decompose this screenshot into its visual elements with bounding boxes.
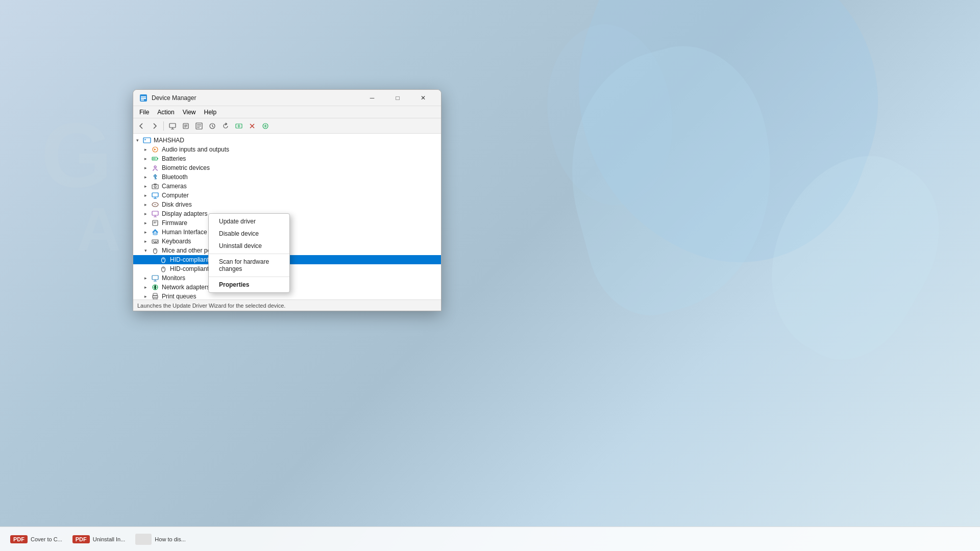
tree-label-4: Cameras: [161, 182, 188, 190]
context-menu: Update driverDisable deviceUninstall dev…: [208, 213, 290, 293]
maximize-button[interactable]: □: [386, 90, 409, 106]
tree-icon-3: [151, 173, 159, 181]
window-icon: [139, 94, 148, 102]
svg-point-22: [154, 204, 156, 206]
toggle-8[interactable]: ▸: [141, 219, 150, 227]
ctx-item-0[interactable]: Update driver: [209, 215, 289, 228]
tree-icon-2: [151, 164, 159, 172]
remove-button[interactable]: [246, 120, 258, 132]
forward-button[interactable]: [149, 120, 161, 132]
svg-rect-23: [152, 211, 158, 215]
svg-point-18: [154, 186, 156, 188]
svg-rect-30: [154, 242, 157, 243]
tree-label-15: Network adapters: [161, 283, 211, 291]
title-bar: Device Manager ─ □ ✕: [133, 90, 441, 106]
taskbar: PDF Cover to C... PDF Uninstall In... Ho…: [0, 527, 980, 551]
tree-item-2[interactable]: ▸ Biometric devices: [133, 163, 441, 172]
ctx-sep-3: [209, 254, 289, 254]
tree-label-7: Display adapters: [161, 210, 208, 218]
toggle-13: [150, 265, 158, 273]
svg-rect-20: [152, 193, 158, 197]
svg-rect-1: [141, 96, 146, 97]
tree-icon-9: [151, 228, 159, 236]
back-button[interactable]: [135, 120, 148, 132]
taskbar-item-3[interactable]: How to dis...: [131, 532, 190, 547]
pdf-badge-1: PDF: [10, 535, 28, 543]
svg-rect-2: [141, 98, 146, 99]
toggle-4[interactable]: ▸: [141, 182, 150, 190]
window-title: Device Manager: [152, 94, 360, 102]
tree-icon-10: [151, 237, 159, 245]
toggle-10[interactable]: ▸: [141, 237, 150, 245]
root-toggle[interactable]: ▾: [133, 136, 141, 144]
tree-icon-14: [151, 274, 159, 282]
minimize-button[interactable]: ─: [360, 90, 384, 106]
toggle-16[interactable]: ▸: [141, 292, 150, 299]
tree-icon-5: [151, 191, 159, 199]
svg-rect-15: [153, 158, 156, 160]
tree-item-0[interactable]: ▸ Audio inputs and outputs: [133, 145, 441, 154]
tree-item-6[interactable]: ▸ Disk drives: [133, 200, 441, 209]
ctx-sep-5: [209, 277, 289, 277]
toggle-5[interactable]: ▸: [141, 191, 150, 199]
toggle-11[interactable]: ▾: [141, 246, 150, 255]
svg-rect-29: [157, 241, 158, 242]
tree-label-6: Disk drives: [161, 201, 193, 209]
toggle-7[interactable]: ▸: [141, 210, 150, 218]
toggle-2[interactable]: ▸: [141, 164, 150, 172]
taskbar-item-2[interactable]: PDF Uninstall In...: [68, 533, 130, 545]
ctx-item-4[interactable]: Scan for hardware changes: [209, 256, 289, 275]
computer-button[interactable]: [166, 120, 179, 132]
title-bar-buttons: ─ □ ✕: [360, 90, 435, 106]
svg-rect-14: [157, 158, 158, 159]
ctx-item-2[interactable]: Uninstall device: [209, 240, 289, 252]
tree-icon-0: [151, 145, 159, 154]
tree-icon-6: [151, 201, 159, 209]
tree-icon-1: [151, 155, 159, 163]
taskbar-blank-icon: [135, 534, 152, 545]
tree-label-1: Batteries: [161, 155, 187, 163]
tree-item-1[interactable]: ▸ Batteries: [133, 154, 441, 163]
tree-root[interactable]: ▾ MAHSHAD: [133, 136, 441, 145]
svg-rect-17: [152, 185, 158, 189]
tree-label-5: Computer: [161, 191, 190, 199]
toggle-9[interactable]: ▸: [141, 228, 150, 236]
tree-icon-15: [151, 283, 159, 291]
menu-help[interactable]: Help: [200, 108, 221, 117]
toggle-14[interactable]: ▸: [141, 274, 150, 282]
tree-item-5[interactable]: ▸ Computer: [133, 191, 441, 200]
tree-item-4[interactable]: ▸ Cameras: [133, 182, 441, 191]
tree-label-10: Keyboards: [161, 237, 192, 245]
details-button[interactable]: [193, 120, 205, 132]
add-button[interactable]: [259, 120, 272, 132]
svg-rect-34: [152, 276, 158, 280]
watermark-left2: A: [77, 194, 121, 264]
toggle-15[interactable]: ▸: [141, 283, 150, 291]
toggle-1[interactable]: ▸: [141, 155, 150, 163]
tree-item-16[interactable]: ▸ Print queues: [133, 292, 441, 299]
toggle-6[interactable]: ▸: [141, 201, 150, 209]
tree-icon-8: [151, 219, 159, 227]
toggle-12: [150, 256, 158, 264]
properties-button[interactable]: [180, 120, 192, 132]
tree-item-3[interactable]: ▸ Bluetooth: [133, 172, 441, 182]
taskbar-item-1[interactable]: PDF Cover to C...: [6, 533, 66, 545]
close-button[interactable]: ✕: [411, 90, 435, 106]
menu-action[interactable]: Action: [153, 108, 178, 117]
toggle-0[interactable]: ▸: [141, 145, 150, 154]
svg-point-16: [154, 166, 156, 168]
toggle-3[interactable]: ▸: [141, 173, 150, 181]
menu-view[interactable]: View: [179, 108, 200, 117]
svg-rect-27: [153, 241, 154, 242]
events-button[interactable]: [206, 120, 218, 132]
tree-icon-16: [151, 292, 159, 299]
ctx-item-1[interactable]: Disable device: [209, 228, 289, 240]
status-text: Launches the Update Driver Wizard for th…: [137, 303, 285, 309]
root-label: MAHSHAD: [153, 136, 185, 144]
tree-label-8: Firmware: [161, 219, 188, 227]
scan-button[interactable]: [233, 120, 245, 132]
menu-file[interactable]: File: [135, 108, 153, 117]
ctx-item-6[interactable]: Properties: [209, 279, 289, 291]
tree-icon-13: [159, 265, 167, 273]
refresh-button[interactable]: [219, 120, 232, 132]
